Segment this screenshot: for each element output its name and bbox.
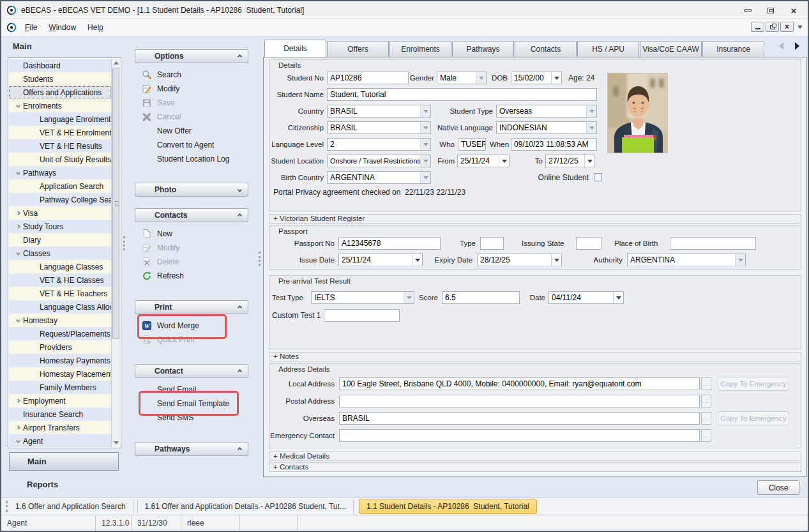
local-address-ellipsis-button[interactable]: ... — [701, 377, 711, 390]
tree-item-classes[interactable]: Classes — [9, 247, 111, 260]
language-level-combobox[interactable]: 2 — [327, 138, 431, 151]
dropdown-arrow-icon[interactable] — [613, 292, 623, 303]
to-date-combobox[interactable]: 27/12/25 — [545, 155, 595, 167]
window-tab-1[interactable]: 1.6 Offer and Application Search — [8, 499, 133, 513]
chevron-up-icon[interactable] — [238, 305, 242, 309]
panel-header-pathways[interactable]: Pathways — [135, 442, 248, 456]
tree-item-employment[interactable]: Employment — [9, 394, 111, 407]
overseas-input[interactable]: BRASIL — [339, 412, 700, 425]
test-type-combobox[interactable]: IELTS — [311, 291, 414, 304]
tree-item-airport-transfers[interactable]: Airport Transfers — [9, 421, 111, 434]
window-tab-2[interactable]: 1.61 Offer and Application Details - AP1… — [137, 499, 354, 513]
dropdown-arrow-icon[interactable] — [420, 139, 430, 150]
section-notes[interactable]: + Notes — [269, 352, 801, 361]
tree-item-enrolments[interactable]: Enrolments — [9, 99, 111, 112]
tree-item-pathways[interactable]: Pathways — [9, 166, 111, 179]
menu-window[interactable]: Window — [43, 20, 82, 34]
tab-contacts[interactable]: Contacts — [515, 41, 577, 57]
local-address-input[interactable]: 100 Eagle Street, Brisbane QLD 4000, Mob… — [339, 377, 700, 390]
mdi-restore-button[interactable] — [766, 22, 779, 32]
collapse-icon[interactable] — [15, 251, 20, 255]
dropdown-arrow-icon[interactable] — [735, 254, 745, 266]
new-button[interactable]: New — [135, 227, 248, 241]
tree-item-vet-he-teachers[interactable]: VET & HE Teachers — [9, 287, 111, 300]
tree-item-providers[interactable]: Providers — [9, 340, 111, 354]
sidebar-reports-section[interactable]: Reports — [27, 480, 58, 489]
tree-item-vet-he-classes[interactable]: VET & HE Classes — [9, 273, 111, 287]
dropdown-arrow-icon[interactable] — [551, 72, 561, 84]
test-date-combobox[interactable]: 04/11/24 — [548, 291, 624, 304]
chevron-up-icon[interactable] — [238, 369, 242, 373]
tree-item-language-enrolments[interactable]: Language Enrolments — [9, 112, 111, 126]
from-date-combobox[interactable]: 25/11/24 — [457, 155, 510, 167]
dropdown-arrow-icon[interactable] — [584, 155, 594, 167]
tree-item-diary[interactable]: Diary — [9, 233, 111, 247]
convert-to-agent-button[interactable]: Convert to Agent — [135, 138, 248, 152]
dropdown-arrow-icon[interactable] — [420, 172, 430, 183]
tree-item-insurance-search[interactable]: Insurance Search — [9, 407, 111, 421]
scroll-up-icon[interactable] — [112, 59, 120, 67]
emergency-ellipsis-button[interactable]: ... — [701, 429, 711, 442]
authority-combobox[interactable]: ARGENTINA — [627, 254, 746, 266]
tree-item-pathway-college-searc[interactable]: Pathway College Searc — [9, 193, 111, 206]
expiry-date-combobox[interactable]: 28/12/25 — [477, 254, 562, 266]
tree-item-unit-of-study-results[interactable]: Unit of Study Results — [9, 153, 111, 166]
emergency-contact-input[interactable] — [339, 429, 700, 442]
birth-country-combobox[interactable]: ARGENTINA — [327, 171, 431, 184]
tab-details[interactable]: Details — [264, 40, 326, 57]
tree-item-family-members[interactable]: Family Members — [9, 381, 111, 394]
tab-scroll-left-icon[interactable] — [779, 42, 783, 50]
minimize-button[interactable] — [736, 1, 759, 19]
tree-item-dashboard[interactable]: Dashboard — [9, 59, 111, 72]
native-language-combobox[interactable]: INDONESIAN — [496, 121, 597, 134]
dropdown-arrow-icon[interactable] — [404, 292, 414, 303]
tree-item-language-classes[interactable]: Language Classes — [9, 260, 111, 273]
dropdown-arrow-icon[interactable] — [551, 254, 561, 266]
mdi-menu-caret-icon[interactable] — [798, 26, 803, 29]
expand-icon[interactable] — [15, 425, 20, 430]
overseas-ellipsis-button[interactable]: ... — [701, 412, 711, 425]
expand-icon[interactable] — [15, 224, 20, 229]
new-offer-button[interactable]: New Offer — [135, 124, 248, 138]
tree-item-study-tours[interactable]: Study Tours — [9, 220, 111, 233]
close-button[interactable]: Close — [757, 480, 799, 495]
online-student-checkbox[interactable] — [594, 173, 602, 181]
window-tab-3[interactable]: 1.1 Student Details - AP10286 Student, T… — [359, 499, 537, 514]
issuing-state-input[interactable] — [576, 237, 601, 250]
tab-insurance[interactable]: Insurance — [702, 41, 764, 57]
mdi-minimize-button[interactable] — [751, 22, 764, 32]
student-location-combobox[interactable]: Onshore / Travel Restrictions — [327, 155, 431, 167]
gender-combobox[interactable]: Male — [437, 72, 487, 84]
chevron-down-icon[interactable] — [238, 187, 242, 192]
postal-address-ellipsis-button[interactable]: ... — [701, 395, 711, 407]
mdi-close-button[interactable]: × — [780, 22, 794, 32]
tree-item-homestay-payments[interactable]: Homestay Payments — [9, 354, 111, 367]
panel-header-photo[interactable]: Photo — [135, 183, 248, 197]
country-combobox[interactable]: BRASIL — [327, 105, 431, 118]
tab-visa-coe-caaw[interactable]: Visa/CoE CAAW — [640, 41, 702, 57]
collapse-icon[interactable] — [15, 103, 20, 108]
tree-item-language-class-allocat[interactable]: Language Class Allocat — [9, 300, 111, 314]
sidebar-main-button[interactable]: Main — [9, 452, 119, 471]
tree-item-homestay-placement-c[interactable]: Homestay Placement C — [9, 367, 111, 381]
student-location-log-button[interactable]: Student Location Log — [135, 152, 248, 166]
tree-scrollbar[interactable] — [111, 59, 120, 447]
collapse-icon[interactable] — [15, 171, 20, 175]
menu-file[interactable]: File — [19, 20, 43, 34]
maximize-button[interactable] — [759, 1, 782, 19]
tree-item-agent[interactable]: Agent — [9, 434, 111, 447]
dropdown-arrow-icon[interactable] — [476, 72, 486, 84]
citizenship-combobox[interactable]: BRASIL — [327, 121, 431, 134]
place-of-birth-input[interactable] — [670, 237, 756, 250]
chevron-up-icon[interactable] — [238, 54, 242, 58]
refresh-button[interactable]: Refresh — [135, 269, 248, 283]
panel-header-contacts[interactable]: Contacts — [135, 208, 248, 222]
student-name-input[interactable]: Student, Tutorial — [327, 88, 597, 101]
student-no-input[interactable]: AP10286 — [327, 72, 409, 84]
tab-offers[interactable]: Offers — [327, 41, 389, 57]
tree-item-homestay[interactable]: Homestay — [9, 314, 111, 327]
passport-type-input[interactable] — [480, 237, 504, 250]
dropdown-arrow-icon[interactable] — [586, 105, 596, 117]
dropdown-arrow-icon[interactable] — [412, 254, 422, 266]
dropdown-arrow-icon[interactable] — [586, 122, 596, 133]
